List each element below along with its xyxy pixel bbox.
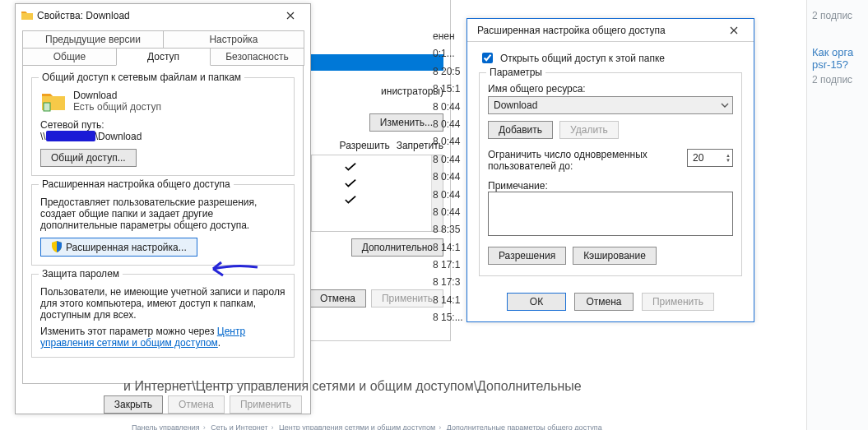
open-share-checkbox-row[interactable]: Открыть общий доступ к этой папке xyxy=(479,50,742,66)
permissions-button[interactable]: Разрешения xyxy=(488,247,566,265)
group-password-protection: Защита паролем Пользователи, не имеющие … xyxy=(31,274,295,358)
advanced-sharing-button[interactable]: Расширенная настройка... xyxy=(40,238,197,257)
tab-prev-versions[interactable]: Предыдущие версии xyxy=(22,30,164,48)
shared-folder-name: Download xyxy=(73,90,161,101)
folder-icon xyxy=(21,9,34,22)
tab-sharing[interactable]: Доступ xyxy=(116,48,211,66)
check-icon xyxy=(345,162,356,172)
share-name-label: Имя общего ресурса: xyxy=(488,83,733,95)
group-legend: Общий доступ к сетевым файлам и папкам xyxy=(39,72,244,83)
open-share-checkbox[interactable] xyxy=(482,53,493,63)
spin-down-icon[interactable]: ▼ xyxy=(726,158,731,163)
pwd-text2: Изменить этот параметр можно через Центр… xyxy=(40,326,285,349)
adv-body: Открыть общий доступ к этой папке Параме… xyxy=(467,42,754,284)
sidebar-sub-bot: 2 подпис xyxy=(812,74,863,86)
apply-footer-button: Применить xyxy=(230,395,302,414)
sidebar-question-link[interactable]: Как орга psr-15? xyxy=(812,46,863,71)
note-label: Примечание: xyxy=(488,180,733,192)
breadcrumb-large: и Интернет\Центр управления сетями и общ… xyxy=(123,379,582,394)
network-path-label: Сетевой путь: xyxy=(40,119,285,131)
tab-settings[interactable]: Настройка xyxy=(163,30,304,48)
sidebar-sub-top: 2 подпис xyxy=(812,10,863,21)
breadcrumb-small[interactable]: Панель управления› Сеть и Интернет› Цент… xyxy=(132,423,602,430)
window-title: Свойства: Download xyxy=(34,10,274,21)
caching-button[interactable]: Кэширование xyxy=(573,247,657,265)
ok-button[interactable]: ОК xyxy=(507,293,566,311)
tab-security[interactable]: Безопасность xyxy=(210,48,304,66)
open-share-label: Открыть общий доступ к этой папке xyxy=(500,53,665,64)
bg-permissions-window: инистраторы) Изменить... Разрешить Запре… xyxy=(311,0,451,341)
advanced-desc: Предоставляет пользовательские разрешени… xyxy=(40,197,285,231)
group-legend: Защита паролем xyxy=(39,268,123,280)
close-icon xyxy=(286,12,295,20)
network-path: \\\Download xyxy=(40,131,285,142)
close-button[interactable] xyxy=(274,6,307,25)
redacted-hostname xyxy=(46,131,95,141)
tab-general[interactable]: Общие xyxy=(22,48,117,66)
titlebar[interactable]: Расширенная настройка общего доступа xyxy=(467,19,754,42)
shared-status: Есть общий доступ xyxy=(73,101,161,113)
note-textarea[interactable] xyxy=(488,192,733,236)
bg-timestamps: енен0:1...8 20:5 8 15:18 0:448 0:44 8 0:… xyxy=(433,28,469,327)
params-legend: Параметры xyxy=(486,67,545,78)
bg-admins-label: инистраторы) xyxy=(311,84,450,99)
group-advanced-sharing: Расширенная настройка общего доступа Пре… xyxy=(31,184,295,266)
shield-icon xyxy=(51,241,63,252)
limit-label: Ограничить число одновременных пользоват… xyxy=(488,149,679,172)
advanced-sharing-window: Расширенная настройка общего доступа Отк… xyxy=(466,18,754,322)
properties-window: Свойства: Download Предыдущие версии Нас… xyxy=(15,3,311,414)
check-icon xyxy=(345,178,356,188)
share-name-select[interactable]: Download xyxy=(488,96,733,114)
tabs: Предыдущие версии Настройка Общие Доступ… xyxy=(16,27,310,66)
apply-button: Применить xyxy=(642,293,714,311)
adv-footer: ОК Отмена Применить xyxy=(467,284,754,319)
close-footer-button[interactable]: Закрыть xyxy=(104,395,163,414)
bg-advanced-button[interactable]: Дополнительно xyxy=(351,238,443,257)
pwd-text1: Пользователи, не имеющие учетной записи … xyxy=(40,286,285,321)
group-network-sharing: Общий доступ к сетевым файлам и папкам D… xyxy=(31,77,295,176)
close-icon xyxy=(730,26,738,35)
limit-spinner[interactable]: 20 ▲▼ xyxy=(687,149,733,167)
shared-folder-icon xyxy=(40,90,67,113)
add-share-button[interactable]: Добавить xyxy=(488,121,553,139)
page-sidebar: 2 подпис Как орга psr-15? 2 подпис xyxy=(806,0,868,430)
chevron-down-icon xyxy=(721,103,729,108)
share-button[interactable]: Общий доступ... xyxy=(40,149,137,167)
cancel-button[interactable]: Отмена xyxy=(574,293,634,311)
close-button[interactable] xyxy=(717,21,750,40)
bg-selected-row[interactable] xyxy=(311,54,443,71)
params-fieldset: Параметры Имя общего ресурса: Download Д… xyxy=(479,72,742,276)
bg-allow-header: Разрешить xyxy=(340,140,390,151)
check-icon xyxy=(345,195,356,205)
remove-share-button: Удалить xyxy=(559,121,619,139)
titlebar[interactable]: Свойства: Download xyxy=(16,4,310,27)
window-title: Расширенная настройка общего доступа xyxy=(472,25,717,36)
tab-content: Общий доступ к сетевым файлам и папкам D… xyxy=(22,65,304,384)
share-name-value: Download xyxy=(494,99,537,111)
bg-cancel-button[interactable]: Отмена xyxy=(309,289,366,307)
svg-rect-0 xyxy=(44,103,50,111)
group-legend: Расширенная настройка общего доступа xyxy=(39,178,234,190)
cancel-footer-button: Отмена xyxy=(168,395,225,414)
limit-value: 20 xyxy=(693,152,703,164)
properties-footer: Закрыть Отмена Применить xyxy=(16,391,310,418)
